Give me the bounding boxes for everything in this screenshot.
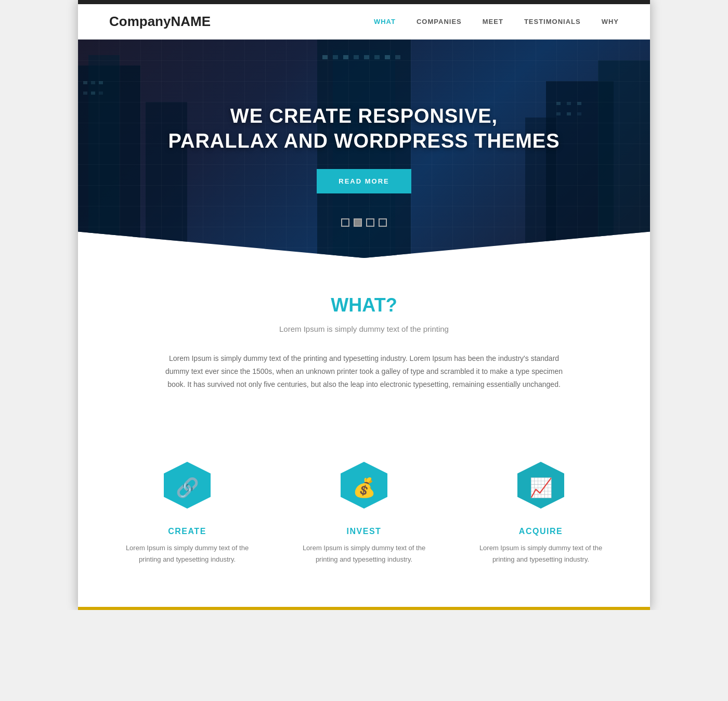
logo-regular: Company	[109, 14, 171, 29]
acquire-text: Lorem Ipsum is simply dummy text of the …	[468, 542, 614, 565]
hero-cta-button[interactable]: READ MORE	[317, 169, 411, 193]
logo: CompanyNAME	[109, 14, 211, 30]
create-text: Lorem Ipsum is simply dummy text of the …	[114, 542, 260, 565]
slider-dots	[341, 218, 387, 227]
nav: WHAT COMPANIES MEET TESTIMONIALS WHY	[374, 18, 619, 25]
hero-content: WE CREATE RESPONSIVE, PARALLAX AND WORDP…	[147, 104, 580, 193]
dot-1[interactable]	[341, 218, 349, 227]
what-title: WHAT?	[109, 294, 619, 316]
acquire-hex-icon: 📈	[512, 459, 569, 516]
what-subtitle: Lorem Ipsum is simply dummy text of the …	[109, 324, 619, 333]
feature-invest: 💰 INVEST Lorem Ipsum is simply dummy tex…	[291, 459, 437, 565]
hero-section: WE CREATE RESPONSIVE, PARALLAX AND WORDP…	[78, 40, 650, 258]
nav-item-meet[interactable]: MEET	[483, 18, 503, 25]
page-wrapper: CompanyNAME WHAT COMPANIES MEET TESTIMON…	[78, 0, 650, 610]
nav-item-why[interactable]: WHY	[602, 18, 619, 25]
dot-2[interactable]	[354, 218, 362, 227]
top-bar	[78, 0, 650, 4]
feature-create: 🔗 CREATE Lorem Ipsum is simply dummy tex…	[114, 459, 260, 565]
nav-item-what[interactable]: WHAT	[374, 18, 396, 25]
dot-4[interactable]	[379, 218, 387, 227]
chart-up-icon: 📈	[529, 477, 553, 499]
invest-title: INVEST	[291, 527, 437, 536]
bottom-bar	[78, 607, 650, 610]
nav-item-testimonials[interactable]: TESTIMONIALS	[524, 18, 581, 25]
feature-acquire: 📈 ACQUIRE Lorem Ipsum is simply dummy te…	[468, 459, 614, 565]
create-title: CREATE	[114, 527, 260, 536]
invest-hex-icon: 💰	[335, 459, 393, 516]
link-plus-icon: 🔗	[176, 477, 199, 499]
nav-item-companies[interactable]: COMPANIES	[417, 18, 462, 25]
logo-bold: NAME	[171, 14, 211, 29]
acquire-title: ACQUIRE	[468, 527, 614, 536]
dot-3[interactable]	[366, 218, 374, 227]
money-bag-icon: 💰	[353, 477, 376, 499]
what-body: Lorem Ipsum is simply dummy text of the …	[161, 352, 567, 392]
header: CompanyNAME WHAT COMPANIES MEET TESTIMON…	[78, 4, 650, 40]
hero-title: WE CREATE RESPONSIVE, PARALLAX AND WORDP…	[168, 104, 560, 153]
what-section: WHAT? Lorem Ipsum is simply dummy text o…	[78, 258, 650, 449]
invest-text: Lorem Ipsum is simply dummy text of the …	[291, 542, 437, 565]
create-hex-icon: 🔗	[159, 459, 216, 516]
features-section: 🔗 CREATE Lorem Ipsum is simply dummy tex…	[78, 449, 650, 596]
